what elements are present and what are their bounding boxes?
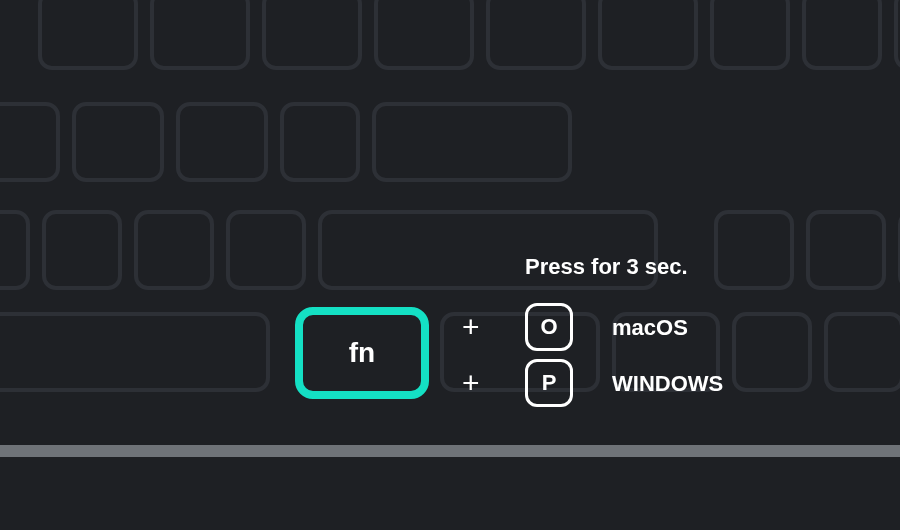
bg-key: [150, 0, 250, 70]
bg-key: [0, 102, 60, 182]
os-label-mac: macOS: [612, 315, 688, 341]
key-p-label: P: [542, 370, 557, 396]
instruction-text: Press for 3 sec.: [525, 254, 688, 280]
key-p: P: [525, 359, 573, 407]
separator-bar: [0, 445, 900, 457]
bg-key: [598, 0, 698, 70]
plus-icon: +: [462, 312, 480, 342]
bg-key: [262, 0, 362, 70]
bg-key: [176, 102, 268, 182]
bg-key: [72, 102, 164, 182]
fn-key: fn: [295, 307, 429, 399]
bg-key: [38, 0, 138, 70]
bg-key: [894, 0, 900, 70]
os-label-windows: WINDOWS: [612, 371, 723, 397]
bg-key: [486, 0, 586, 70]
bg-key: [714, 210, 794, 290]
bg-key: [226, 210, 306, 290]
bg-key: [374, 0, 474, 70]
key-o: O: [525, 303, 573, 351]
bg-key: [710, 0, 790, 70]
bg-key: [806, 210, 886, 290]
key-o-label: O: [540, 314, 557, 340]
bg-key: [372, 102, 572, 182]
bg-key: [0, 312, 270, 392]
bg-key: [802, 0, 882, 70]
bg-key: [42, 210, 122, 290]
bg-key: [134, 210, 214, 290]
bg-key: [280, 102, 360, 182]
fn-key-label: fn: [349, 337, 375, 369]
bg-key: [732, 312, 812, 392]
plus-icon: +: [462, 368, 480, 398]
bg-key: [0, 210, 30, 290]
bg-key: [824, 312, 900, 392]
